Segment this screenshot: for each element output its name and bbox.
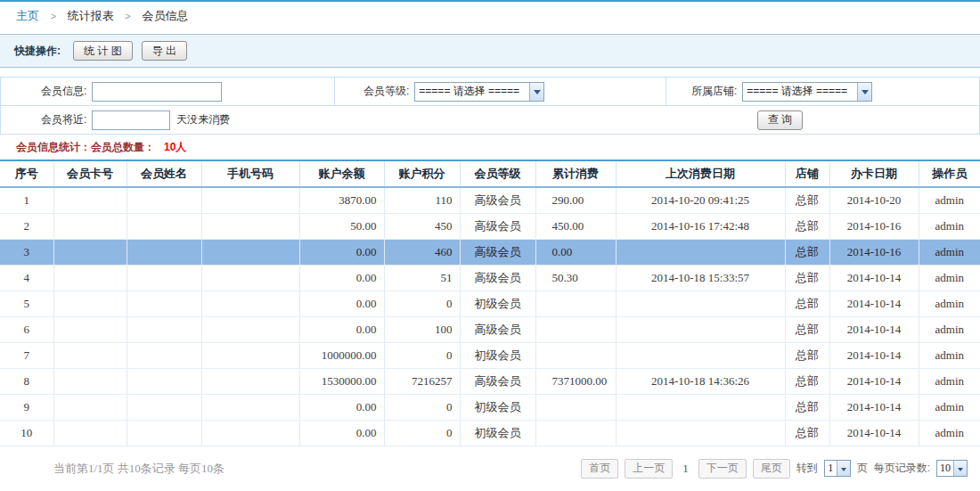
table-cell (616, 239, 785, 265)
member-level-filter: 会员等级: ===== 请选择 ===== (335, 78, 666, 105)
first-page-button[interactable]: 首页 (581, 459, 618, 479)
table-cell (127, 239, 201, 265)
chevron-down-icon (857, 83, 871, 101)
table-row[interactable]: 30.00460高级会员0.00总部2014-10-16admin (0, 239, 980, 265)
page-size-label: 每页记录数: (874, 461, 930, 476)
breadcrumb-reports-link[interactable]: 统计报表 (68, 9, 114, 22)
export-button[interactable]: 导 出 (142, 41, 187, 61)
goto-label: 转到 (796, 461, 818, 476)
table-cell: 2014-10-20 09:41:25 (616, 187, 785, 213)
table-cell: admin (919, 291, 980, 316)
next-page-button[interactable]: 下一页 (698, 459, 747, 479)
table-cell (53, 394, 127, 420)
table-cell: 10 (0, 420, 53, 446)
shop-select[interactable]: ===== 请选择 ===== (742, 82, 872, 102)
shop-label: 所属店铺: (691, 84, 737, 99)
breadcrumb-current: 会员信息 (142, 9, 188, 22)
table-cell (201, 291, 299, 316)
table-cell: 总部 (785, 239, 829, 265)
table-cell (53, 187, 127, 213)
table-cell: 总部 (785, 368, 829, 394)
member-level-select[interactable]: ===== 请选择 ===== (414, 82, 544, 102)
table-cell: 51 (384, 265, 460, 291)
table-cell: admin (919, 420, 980, 446)
breadcrumb-home-link[interactable]: 主页 (16, 9, 39, 22)
table-row[interactable]: 71000000.000初级会员总部2014-10-14admin (0, 342, 980, 368)
table-cell: 初级会员 (460, 394, 535, 420)
table-row[interactable]: 50.000初级会员总部2014-10-14admin (0, 291, 980, 316)
table-row[interactable]: 100.000初级会员总部2014-10-14admin (0, 420, 980, 446)
member-table: 序号会员卡号会员姓名手机号码账户余额账户积分会员等级累计消费上次消费日期店铺办卡… (0, 161, 980, 446)
column-header: 账户余额 (299, 161, 384, 187)
table-cell (616, 420, 785, 446)
table-cell: 总部 (785, 187, 829, 213)
pagination-footer: 当前第1/1页 共10条记录 每页10条 首页 上一页 1 下一页 尾页 转到 … (0, 446, 980, 491)
table-cell: 高级会员 (460, 368, 535, 394)
query-button[interactable]: 查 询 (757, 110, 803, 130)
table-cell (127, 342, 201, 368)
column-header: 手机号码 (201, 161, 299, 187)
table-cell (127, 420, 201, 446)
table-cell (201, 265, 299, 291)
table-cell (535, 342, 616, 368)
table-cell: 7371000.00 (535, 368, 616, 394)
days-without-consumption-input[interactable] (92, 110, 170, 130)
last-page-button[interactable]: 尾页 (753, 459, 790, 479)
table-cell (127, 291, 201, 316)
table-cell (53, 420, 127, 446)
table-cell: 3870.00 (299, 187, 384, 213)
table-cell (616, 394, 785, 420)
table-row[interactable]: 81530000.007216257高级会员7371000.002014-10-… (0, 368, 980, 394)
member-info-input[interactable] (92, 82, 222, 102)
statistics-chart-button[interactable]: 统 计 图 (73, 41, 133, 61)
table-cell (127, 187, 201, 213)
table-row[interactable]: 250.00450高级会员450.002014-10-16 17:42:48总部… (0, 213, 980, 239)
table-cell (201, 394, 299, 420)
table-cell: 0 (384, 394, 460, 420)
table-row[interactable]: 60.00100高级会员总部2014-10-14admin (0, 316, 980, 342)
table-cell (127, 265, 201, 291)
quick-actions-label: 快捷操作: (14, 44, 61, 59)
table-cell: 0.00 (299, 420, 384, 446)
goto-page-select[interactable]: 1 (824, 460, 851, 477)
table-cell: 初级会员 (460, 342, 535, 368)
table-cell: 2014-10-16 17:42:48 (616, 213, 785, 239)
days-suffix-label: 天没来消费 (176, 112, 230, 127)
table-cell (53, 239, 127, 265)
table-cell (53, 291, 127, 316)
page-size-select[interactable]: 10 (936, 460, 968, 477)
table-row[interactable]: 40.0051高级会员50.302014-10-18 15:33:57总部201… (0, 265, 980, 291)
table-cell: 初级会员 (460, 291, 535, 316)
prev-page-button[interactable]: 上一页 (625, 459, 673, 479)
filter-row-1: 会员信息: 会员等级: ===== 请选择 ===== 所属店铺: ===== … (1, 78, 979, 105)
table-cell: 2014-10-18 15:33:57 (616, 265, 785, 291)
table-cell: 0.00 (299, 394, 384, 420)
records-summary: 当前第1/1页 共10条记录 每页10条 (53, 461, 225, 477)
table-cell (53, 316, 127, 342)
stats-bar: 会员信息统计：会员总数量： 10人 (0, 135, 980, 161)
member-level-label: 会员等级: (363, 84, 409, 99)
table-cell: admin (919, 213, 980, 239)
table-cell: 2014-10-14 (829, 368, 919, 394)
table-cell (127, 213, 201, 239)
table-cell (53, 368, 127, 394)
member-info-filter: 会员信息: (1, 78, 335, 105)
table-cell (535, 394, 616, 420)
breadcrumb-separator: > (51, 11, 56, 21)
table-header-row: 序号会员卡号会员姓名手机号码账户余额账户积分会员等级累计消费上次消费日期店铺办卡… (0, 161, 980, 187)
table-row[interactable]: 13870.00110高级会员290.002014-10-20 09:41:25… (0, 187, 980, 213)
table-cell (201, 239, 299, 265)
breadcrumb: 主页 > 统计报表 > 会员信息 (0, 2, 980, 30)
table-row[interactable]: 90.000初级会员总部2014-10-14admin (0, 394, 980, 420)
shop-select-value: ===== 请选择 ===== (743, 84, 847, 99)
table-cell (616, 316, 785, 342)
member-info-label: 会员信息: (41, 84, 86, 99)
goto-suffix-label: 页 (857, 461, 868, 476)
table-cell: admin (919, 342, 980, 368)
table-cell: 0.00 (535, 239, 616, 265)
table-cell (53, 342, 127, 368)
table-cell: 2014-10-16 (829, 213, 919, 239)
page: 主页 > 统计报表 > 会员信息 快捷操作: 统 计 图 导 出 会员信息: 会… (0, 0, 980, 491)
table-cell (535, 420, 616, 446)
current-page-number: 1 (679, 462, 692, 476)
